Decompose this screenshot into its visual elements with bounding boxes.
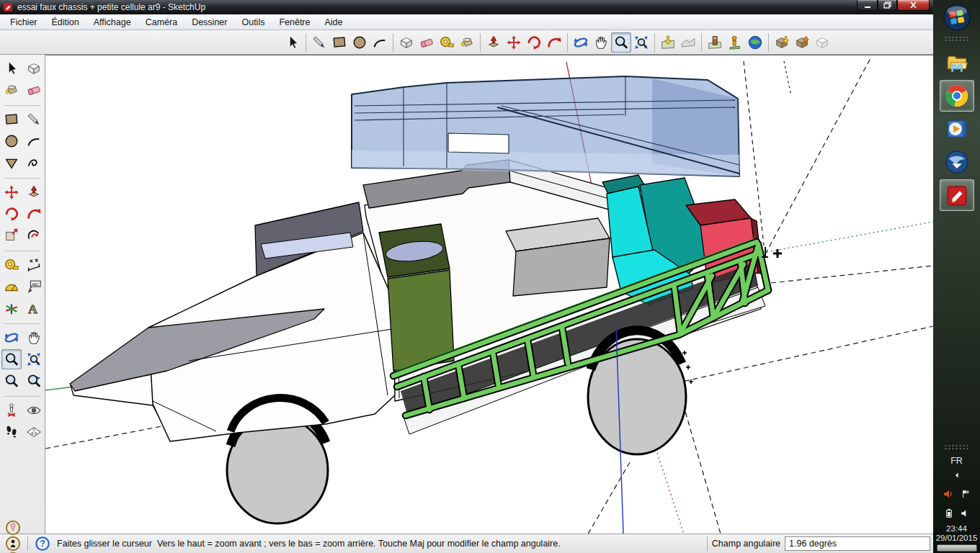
tool-get-models-icon[interactable] — [772, 32, 792, 53]
tray-grip[interactable] — [944, 444, 970, 451]
tool-zoom-extents-icon[interactable] — [631, 32, 651, 53]
tool-tape-measure-icon[interactable] — [1, 255, 22, 275]
toolbar-separator — [654, 33, 655, 52]
tool-orbit-icon[interactable] — [1, 328, 22, 348]
tool-share-component-icon[interactable] — [812, 32, 832, 53]
tool-rotate-icon[interactable] — [524, 32, 544, 53]
clock[interactable]: 23:44 — [946, 524, 967, 533]
menu-fenetre[interactable]: Fenêtre — [272, 16, 317, 29]
tool-zoom-extents-icon[interactable] — [24, 349, 44, 369]
minimize-button[interactable] — [857, 0, 878, 11]
tool-protractor-icon[interactable] — [1, 276, 22, 297]
tool-push-pull-icon[interactable] — [24, 182, 44, 202]
toolbar-left: ABCACR-5 — [0, 55, 45, 534]
restore-button[interactable] — [878, 0, 897, 11]
menu-outils[interactable]: Outils — [234, 16, 272, 29]
tool-pan-icon[interactable] — [24, 328, 44, 348]
tool-look-around-icon[interactable] — [24, 400, 44, 421]
tool-rectangle-icon[interactable] — [329, 32, 349, 53]
tool-orbit-icon[interactable] — [571, 32, 591, 53]
measurement-input[interactable] — [785, 536, 930, 551]
taskbar-media-player-icon[interactable] — [940, 113, 974, 145]
tool-circle-icon[interactable] — [1, 131, 22, 151]
action-center-flag-icon[interactable] — [960, 488, 971, 503]
tool-position-camera-icon[interactable] — [1, 400, 22, 421]
tool-text-icon[interactable]: ABC — [24, 276, 44, 297]
tool-toggle-terrain-icon[interactable] — [678, 32, 698, 53]
tool-paint-bucket-icon[interactable] — [1, 80, 22, 100]
tool-tape-measure-icon[interactable] — [437, 32, 457, 53]
tool-share-model-icon[interactable] — [792, 32, 812, 53]
taskbar-google-chrome-icon[interactable] — [940, 80, 974, 112]
menu-camera[interactable]: Caméra — [138, 16, 184, 29]
tool-zoom-previous-icon[interactable] — [1, 371, 22, 391]
tool-zoom-icon[interactable] — [1, 349, 22, 369]
taskbar-sketchup-icon[interactable] — [940, 179, 974, 211]
menu-fichier[interactable]: Fichier — [3, 16, 45, 29]
toolbar-row — [0, 58, 45, 78]
windows-taskbar: FR 23:44 29/01/2015 — [933, 0, 980, 553]
svg-text:?: ? — [40, 539, 45, 549]
toolbar-row — [0, 131, 45, 151]
tool-follow-me-icon[interactable] — [24, 204, 44, 224]
model-viewport[interactable] — [45, 55, 933, 534]
battery-icon[interactable] — [943, 508, 955, 522]
start-button[interactable] — [941, 1, 973, 33]
tool-select-icon[interactable] — [1, 58, 22, 78]
tool-polygon-icon[interactable] — [1, 153, 22, 173]
tool-eraser-icon[interactable] — [416, 32, 437, 53]
volume-icon[interactable] — [959, 508, 971, 522]
tool-add-location-icon[interactable] — [658, 32, 678, 53]
tool-select-icon[interactable] — [282, 32, 303, 53]
menu-aide[interactable]: Aide — [318, 16, 350, 29]
hidden-icons-arrow[interactable] — [952, 470, 962, 483]
tool-section-plane-icon[interactable]: CR-5 — [24, 422, 44, 442]
tool-axes-icon[interactable] — [1, 298, 22, 318]
tool-3d-text-icon[interactable]: A — [24, 298, 44, 318]
tool-google-earth-icon[interactable] — [745, 32, 765, 53]
tool-follow-me-icon[interactable] — [544, 32, 564, 53]
menu-affichage[interactable]: Affichage — [86, 16, 138, 29]
tool-push-pull-icon[interactable] — [484, 32, 504, 53]
taskbar-thunderbird-icon[interactable] — [940, 146, 974, 178]
toolbar-separator — [567, 33, 568, 52]
tool-move-icon[interactable] — [504, 32, 524, 53]
tool-walk-icon[interactable] — [1, 422, 22, 442]
taskbar-windows-explorer-icon[interactable] — [940, 47, 974, 78]
tool-photo-textures-icon[interactable] — [705, 32, 725, 53]
tool-arc-icon[interactable] — [370, 32, 390, 53]
tool-line-icon[interactable] — [24, 109, 44, 130]
tool-eraser-icon[interactable] — [24, 80, 44, 100]
volume-mixer-icon[interactable] — [943, 487, 956, 503]
menu-dessiner[interactable]: Dessiner — [184, 16, 234, 29]
tool-pan-icon[interactable] — [591, 32, 611, 53]
tool-dimension-icon[interactable] — [24, 255, 44, 275]
tool-zoom-icon[interactable] — [611, 32, 631, 53]
credits-icon[interactable] — [5, 536, 21, 552]
language-indicator[interactable]: FR — [950, 456, 963, 466]
tool-make-component-icon[interactable] — [396, 32, 416, 53]
tool-offset-icon[interactable] — [24, 225, 44, 246]
tool-make-component-icon[interactable] — [24, 58, 44, 78]
tool-paint-bucket-icon[interactable] — [457, 32, 477, 53]
tool-circle-icon[interactable] — [349, 32, 370, 53]
tool-freehand-icon[interactable] — [24, 153, 44, 173]
help-icon[interactable]: ? — [35, 536, 50, 552]
taskbar-grip[interactable] — [944, 36, 970, 42]
show-desktop-button[interactable] — [937, 544, 977, 552]
tool-move-icon[interactable] — [1, 182, 22, 202]
tool-line-icon[interactable] — [309, 32, 329, 53]
close-button[interactable] — [897, 0, 930, 11]
toolbar-row — [0, 204, 45, 224]
tool-zoom-next-icon[interactable] — [24, 371, 44, 391]
tool-arc-icon[interactable] — [24, 131, 44, 151]
tool-rectangle-icon[interactable] — [1, 109, 22, 130]
tool-component-person-icon[interactable] — [725, 32, 745, 53]
date[interactable]: 29/01/2015 — [936, 534, 978, 542]
menu-edition[interactable]: Édition — [45, 16, 86, 29]
geo-location-icon[interactable] — [5, 520, 21, 536]
model-canvas[interactable] — [45, 55, 933, 534]
tool-scale-icon[interactable] — [1, 225, 22, 246]
toolbar-row — [0, 80, 45, 100]
tool-rotate-icon[interactable] — [1, 204, 22, 224]
